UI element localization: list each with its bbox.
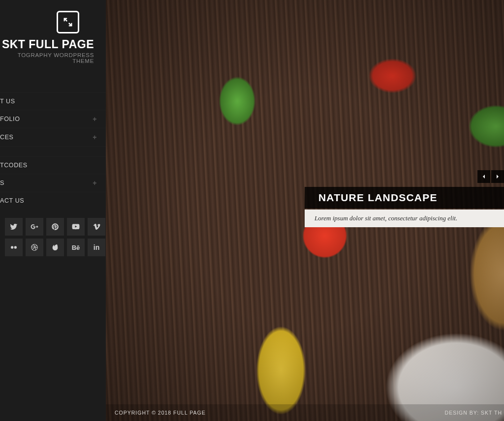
slide-subtitle: Lorem ipsum dolor sit amet, consectetur …: [305, 210, 504, 227]
main-nav: T US FOLIO + CES + TCODES S + ACT US: [0, 92, 106, 209]
svg-point-0: [11, 246, 13, 248]
sidebar: SKT FULL PAGE TOGRAPHY WORDPRESS THEME T…: [0, 0, 106, 421]
nav-label: FOLIO: [0, 116, 20, 122]
footer-design: DESIGN BY: SKT TH: [445, 410, 502, 416]
svg-point-1: [14, 246, 17, 248]
expand-icon: +: [93, 115, 97, 123]
envato-icon[interactable]: [46, 239, 64, 256]
slide-nav: [477, 170, 504, 183]
chevron-right-icon: [495, 174, 500, 179]
linkedin-icon[interactable]: in: [88, 239, 105, 256]
expand-icon: +: [93, 133, 97, 141]
nav-item-services[interactable]: CES +: [0, 128, 106, 146]
slide-area: NATURE LANDSCAPE Lorem ipsum dolor sit a…: [106, 0, 504, 421]
vimeo-icon[interactable]: [88, 218, 105, 236]
nav-item-contact[interactable]: ACT US: [0, 192, 106, 209]
site-title: SKT FULL PAGE: [0, 38, 94, 50]
nav-item-portfolio[interactable]: FOLIO +: [0, 110, 106, 128]
nav-label: T US: [0, 98, 15, 105]
behance-icon[interactable]: Bē: [67, 239, 85, 256]
nav-label: ACT US: [0, 197, 24, 204]
nav-item-about[interactable]: T US: [0, 92, 106, 110]
pinterest-icon[interactable]: [46, 218, 64, 236]
slide-prev-button[interactable]: [477, 170, 490, 183]
footer-bar: COPYRIGHT © 2018 FULL PAGE DESIGN BY: SK…: [106, 404, 504, 421]
site-subtitle: TOGRAPHY WORDPRESS THEME: [0, 52, 94, 64]
slide-next-button[interactable]: [491, 170, 504, 183]
nav-label: CES: [0, 134, 14, 141]
nav-item-pages[interactable]: S +: [0, 174, 106, 192]
logo-block: SKT FULL PAGE TOGRAPHY WORDPRESS THEME: [0, 0, 106, 73]
chevron-left-icon: [481, 174, 486, 179]
logo-icon: [57, 11, 79, 33]
youtube-icon[interactable]: [67, 218, 85, 236]
expand-icon: +: [93, 179, 97, 187]
slide-title: NATURE LANDSCAPE: [305, 187, 504, 209]
twitter-icon[interactable]: [5, 218, 23, 236]
nav-item-shortcodes[interactable]: TCODES: [0, 156, 106, 174]
nav-item-blank[interactable]: [0, 146, 106, 156]
nav-label: TCODES: [0, 162, 28, 169]
flickr-icon[interactable]: [5, 239, 23, 256]
social-grid: Bē in: [0, 209, 106, 256]
slide-caption: NATURE LANDSCAPE Lorem ipsum dolor sit a…: [305, 187, 504, 227]
nav-label: S: [0, 180, 4, 186]
google-plus-icon[interactable]: [26, 218, 43, 236]
footer-copyright: COPYRIGHT © 2018 FULL PAGE: [115, 410, 206, 416]
dribbble-icon[interactable]: [26, 239, 43, 256]
